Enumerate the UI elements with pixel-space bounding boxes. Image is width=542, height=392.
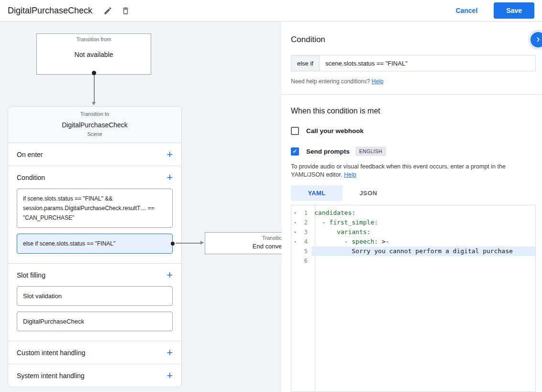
scene-name: DigitalPurchaseCheck <box>8 121 181 129</box>
edit-title-button[interactable] <box>101 4 115 18</box>
code-line[interactable]: 6 <box>291 256 535 266</box>
editor-tabs: YAML JSON <box>291 185 536 201</box>
code-line[interactable]: ▾3 variants: <box>291 227 535 237</box>
on-enter-label: On enter <box>17 151 43 158</box>
tab-json[interactable]: JSON <box>343 185 394 201</box>
condition-section-label: Condition <box>17 174 45 181</box>
save-button[interactable]: Save <box>494 2 534 19</box>
top-bar: DigitalPurchaseCheck Cancel Save <box>0 0 542 22</box>
chevron-right-icon: › <box>536 34 540 45</box>
pencil-icon <box>103 6 112 15</box>
arrow-down-icon <box>92 102 96 105</box>
condition-type-chip[interactable]: else if <box>291 55 320 71</box>
panel-title: Condition <box>291 35 536 45</box>
code-lines: ▾1candidates:▾2 - first_simple:▾3 varian… <box>291 205 535 266</box>
custom-intent-label: Custom intent handling <box>17 349 85 357</box>
system-intent-row: System intent handling + <box>8 364 181 387</box>
line-number: 4 <box>299 237 311 246</box>
panel-divider <box>281 94 542 95</box>
webhook-label: Call your webhook <box>306 127 364 134</box>
code-line[interactable]: ▾2 - first_simple: <box>291 218 535 227</box>
transition-to-label: Transition to <box>8 109 181 117</box>
connector-dot <box>92 71 96 75</box>
fold-spacer <box>291 246 299 256</box>
code-line[interactable]: ▾1candidates: <box>291 208 535 218</box>
transition-from-node[interactable]: Transition from Not available <box>36 34 151 75</box>
transition-from-value: Not available <box>37 51 151 58</box>
slot-validation-box[interactable]: Slot validation <box>17 286 173 306</box>
add-on-enter-button[interactable]: + <box>166 150 173 158</box>
arrow-right-icon <box>200 241 204 245</box>
slot-filling-row: Slot filling + <box>8 264 181 286</box>
code-line[interactable]: 5 Sorry you cannot perform a digital pur… <box>291 246 535 256</box>
webhook-row: Call your webhook <box>291 127 536 135</box>
condition-editor-panel: › Condition else if scene.slots.status =… <box>281 22 542 392</box>
fold-toggle-icon[interactable]: ▾ <box>291 237 299 246</box>
transition-from-label: Transition from <box>37 34 151 42</box>
condition-expression-input[interactable]: scene.slots.status == "FINAL" <box>320 55 536 71</box>
fold-toggle-icon[interactable]: ▾ <box>291 218 299 227</box>
language-badge: ENGLISH <box>355 146 386 156</box>
cancel-button[interactable]: Cancel <box>453 6 480 15</box>
scene-card-header: Transition to DigitalPurchaseCheck Scene <box>8 107 181 143</box>
page-title: DigitalPurchaseCheck <box>8 6 92 16</box>
condition-section-row: Condition + <box>8 166 181 189</box>
system-intent-label: System intent handling <box>17 372 85 380</box>
send-prompts-checkbox[interactable]: ✓ <box>291 147 299 156</box>
condition-expression-row: else if scene.slots.status == "FINAL" <box>291 55 536 71</box>
line-number: 2 <box>299 218 311 227</box>
custom-intent-row: Custom intent handling + <box>8 341 181 364</box>
code-text <box>311 256 535 266</box>
code-text: - speech: >- <box>311 237 535 246</box>
code-text: - first_simple: <box>311 218 535 227</box>
code-text: candidates: <box>311 208 535 218</box>
condition-box-if[interactable]: if scene.slots.status == "FINAL" && sess… <box>17 189 173 228</box>
fold-toggle-icon[interactable]: ▾ <box>291 227 299 237</box>
webhook-checkbox[interactable] <box>291 127 299 135</box>
line-number: 3 <box>299 227 311 237</box>
code-line[interactable]: ▾4 - speech: >- <box>291 237 535 246</box>
condition-box-else-if[interactable]: else if scene.slots.status == "FINAL" <box>17 234 173 254</box>
condition-help-line: Need help entering conditions? Help <box>291 78 536 85</box>
slot-filling-label: Slot filling <box>17 271 45 279</box>
check-icon: ✓ <box>292 148 297 155</box>
scene-card: Transition to DigitalPurchaseCheck Scene… <box>8 106 182 387</box>
prompt-help-link[interactable]: Help <box>344 171 356 178</box>
line-number: 1 <box>299 208 311 218</box>
prompt-hint-text: To provide audio or visual feedback when… <box>291 163 506 178</box>
add-slot-button[interactable]: + <box>166 271 173 279</box>
condition-help-text: Need help entering conditions? <box>291 78 370 85</box>
add-system-intent-button[interactable]: + <box>166 371 173 380</box>
delete-scene-button[interactable] <box>119 4 133 18</box>
transition-edge-line <box>176 243 201 244</box>
slot-digitalpurchasecheck-box[interactable]: DigitalPurchaseCheck <box>17 312 173 331</box>
trash-icon <box>121 6 130 15</box>
fold-toggle-icon[interactable]: ▾ <box>291 208 299 218</box>
add-condition-button[interactable]: + <box>166 173 173 181</box>
scene-type-label: Scene <box>8 131 181 137</box>
add-custom-intent-button[interactable]: + <box>166 348 173 357</box>
line-number: 6 <box>299 256 311 266</box>
send-prompts-label: Send prompts <box>306 148 350 155</box>
code-text: variants: <box>311 227 535 237</box>
code-text: Sorry you cannot perform a digital purch… <box>311 246 535 256</box>
line-number: 5 <box>299 246 311 256</box>
on-enter-row: On enter + <box>8 143 181 166</box>
connector-line <box>94 75 95 102</box>
tab-yaml[interactable]: YAML <box>291 185 343 201</box>
fold-spacer <box>291 256 299 266</box>
prompt-hint: To provide audio or visual feedback when… <box>291 163 532 179</box>
condition-met-heading: When this condition is met <box>291 107 536 115</box>
send-prompts-row: ✓ Send prompts ENGLISH <box>291 146 536 156</box>
condition-help-link[interactable]: Help <box>372 78 384 85</box>
flow-canvas: Transition from Not available Transition… <box>0 22 281 392</box>
collapse-panel-button[interactable]: › <box>531 32 542 47</box>
code-editor[interactable]: ▾1candidates:▾2 - first_simple:▾3 varian… <box>291 205 536 392</box>
